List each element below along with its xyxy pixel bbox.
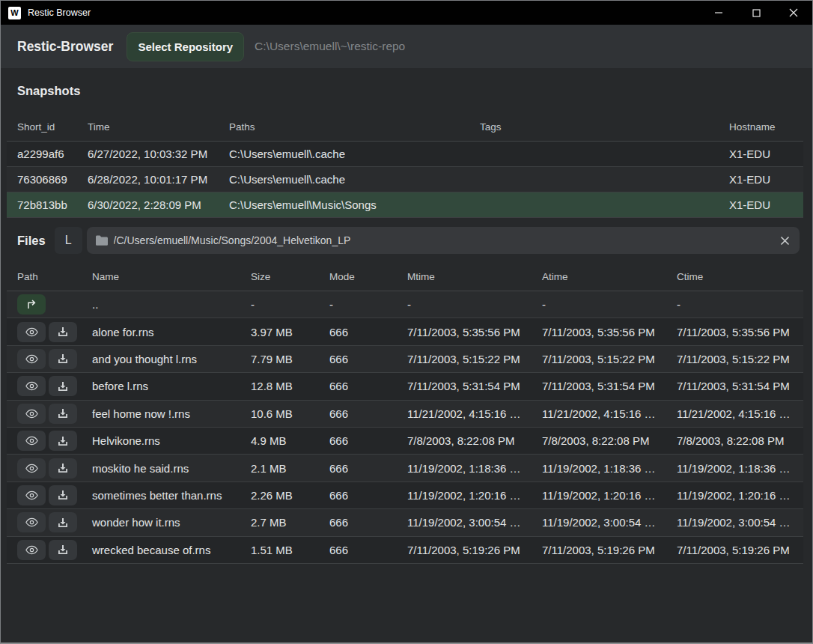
file-ctime: 11/19/2002, 1:18:36 … — [666, 462, 803, 475]
app-logo-icon: W — [8, 7, 21, 19]
file-atime: 7/11/2003, 5:31:54 PM — [532, 380, 666, 392]
close-button[interactable] — [775, 1, 812, 25]
eye-icon — [25, 409, 38, 419]
preview-file-button[interactable] — [17, 404, 46, 424]
file-size: 10.6 MB — [240, 407, 319, 420]
select-repository-button[interactable]: Select Repository — [127, 32, 244, 61]
file-name: moskito he said.rns — [82, 462, 240, 475]
file-ctime: 11/19/2002, 1:20:16 … — [666, 489, 803, 502]
preview-file-button[interactable] — [17, 485, 46, 505]
column-header-tags: Tags — [469, 121, 719, 141]
file-atime: 7/11/2003, 5:15:22 PM — [532, 353, 666, 365]
file-mtime: 7/11/2003, 5:15:22 PM — [397, 353, 532, 365]
file-mtime: 7/11/2003, 5:35:56 PM — [397, 326, 532, 338]
file-ctime: 7/11/2003, 5:31:54 PM — [666, 380, 803, 392]
snapshot-time: 6/28/2022, 10:01:17 PM — [77, 173, 219, 186]
file-atime: - — [532, 298, 666, 311]
snapshot-short-id: 76306869 — [7, 173, 77, 186]
files-bar: Files L /C/Users/emuell/Music/Songs/2004… — [17, 227, 800, 254]
download-icon — [58, 490, 68, 500]
file-name: wonder how it.rns — [82, 516, 240, 529]
file-mode: 666 — [319, 326, 397, 338]
preview-file-button[interactable] — [17, 512, 46, 532]
download-icon — [58, 326, 68, 337]
download-file-button[interactable] — [49, 458, 77, 479]
file-mode: - — [319, 298, 397, 311]
download-file-button[interactable] — [49, 512, 77, 532]
file-name: sometimes better than.rns — [82, 489, 240, 502]
file-row: wrecked because of.rns 1.51 MB 666 7/11/… — [7, 537, 803, 564]
download-icon — [58, 436, 68, 446]
files-table-header: Path Name Size Mode Mtime Atime Ctime — [7, 254, 803, 291]
file-atime: 7/11/2003, 5:19:26 PM — [532, 544, 666, 556]
file-mtime: 7/11/2003, 5:31:54 PM — [397, 380, 532, 392]
app-window: W Restic Browser Restic-Browser Select R… — [0, 0, 813, 644]
preview-file-button[interactable] — [17, 540, 46, 560]
file-name: .. — [82, 298, 240, 311]
preview-file-button[interactable] — [17, 458, 46, 479]
file-mtime: 11/19/2002, 1:20:16 … — [397, 489, 532, 502]
preview-file-button[interactable] — [17, 349, 46, 369]
file-atime: 11/19/2002, 3:00:54 … — [532, 516, 666, 529]
file-size: 7.79 MB — [240, 353, 319, 365]
snapshot-row[interactable]: 76306869 6/28/2022, 10:01:17 PM C:\Users… — [7, 167, 803, 192]
file-size: 2.26 MB — [240, 489, 319, 502]
list-mode-button[interactable]: L — [55, 227, 82, 254]
files-path-bar: /C/Users/emuell/Music/Songs/2004_Helveti… — [87, 227, 800, 254]
snapshot-row[interactable]: 72b813bb 6/30/2022, 2:28:09 PM C:\Users\… — [7, 192, 803, 218]
snapshot-paths: C:\Users\emuell\Music\Songs — [219, 198, 469, 211]
download-file-button[interactable] — [49, 376, 77, 396]
preview-file-button[interactable] — [17, 431, 46, 451]
eye-icon — [25, 436, 38, 446]
download-file-button[interactable] — [49, 540, 77, 560]
files-title: Files — [17, 234, 46, 248]
snapshot-time: 6/27/2022, 10:03:32 PM — [77, 148, 219, 160]
files-table: Path Name Size Mode Mtime Atime Ctime ..… — [7, 254, 803, 564]
close-icon — [789, 8, 798, 17]
preview-file-button[interactable] — [17, 322, 46, 342]
snapshot-paths: C:\Users\emuell\.cache — [219, 148, 469, 160]
file-row: and you thought l.rns 7.79 MB 666 7/11/2… — [7, 346, 803, 373]
column-header-hostname: Hostname — [719, 121, 803, 141]
download-icon — [58, 408, 68, 419]
file-mtime: - — [397, 298, 532, 311]
column-header-name: Name — [82, 271, 240, 291]
maximize-button[interactable] — [737, 1, 775, 25]
file-mtime: 11/21/2002, 4:15:16 … — [397, 407, 532, 420]
file-atime: 7/8/2003, 8:22:08 PM — [532, 434, 666, 447]
file-size: 2.7 MB — [240, 516, 319, 529]
download-file-button[interactable] — [49, 349, 77, 369]
main-content: Snapshots Short_id Time Paths Tags Hostn… — [1, 68, 812, 643]
file-row: feel home now !.rns 10.6 MB 666 11/21/20… — [7, 401, 803, 428]
clear-path-icon — [780, 236, 790, 246]
download-icon — [58, 544, 68, 555]
download-file-button[interactable] — [49, 485, 77, 505]
snapshots-table: Short_id Time Paths Tags Hostname a2299a… — [7, 104, 803, 218]
minimize-button[interactable] — [700, 1, 737, 25]
file-mode: 666 — [319, 462, 397, 475]
file-row: moskito he said.rns 2.1 MB 666 11/19/200… — [7, 455, 803, 482]
minimize-icon — [714, 8, 723, 17]
file-mode: 666 — [319, 353, 397, 365]
snapshots-table-body: a2299af6 6/27/2022, 10:03:32 PM C:\Users… — [7, 142, 803, 218]
snapshot-row[interactable]: a2299af6 6/27/2022, 10:03:32 PM C:\Users… — [7, 142, 803, 167]
file-atime: 7/11/2003, 5:35:56 PM — [532, 326, 666, 338]
download-file-button[interactable] — [49, 431, 77, 451]
column-header-short-id: Short_id — [7, 121, 77, 141]
column-header-mode: Mode — [319, 271, 397, 291]
file-size: - — [240, 298, 319, 311]
eye-icon — [25, 327, 38, 337]
download-file-button[interactable] — [49, 404, 77, 424]
go-up-button[interactable] — [17, 294, 46, 315]
file-size: 4.9 MB — [240, 434, 319, 447]
clear-path-button[interactable] — [770, 227, 800, 254]
column-header-time: Time — [77, 121, 219, 141]
files-table-body: .. - - - - - alone for.rns 3.97 MB 666 7… — [7, 291, 803, 564]
file-size: 1.51 MB — [240, 544, 319, 556]
download-file-button[interactable] — [49, 322, 77, 342]
preview-file-button[interactable] — [17, 376, 46, 396]
file-size: 12.8 MB — [240, 380, 319, 392]
file-mtime: 11/19/2002, 3:00:54 … — [397, 516, 532, 529]
files-path-value: /C/Users/emuell/Music/Songs/2004_Helveti… — [114, 234, 770, 246]
window-title: Restic Browser — [28, 7, 700, 18]
